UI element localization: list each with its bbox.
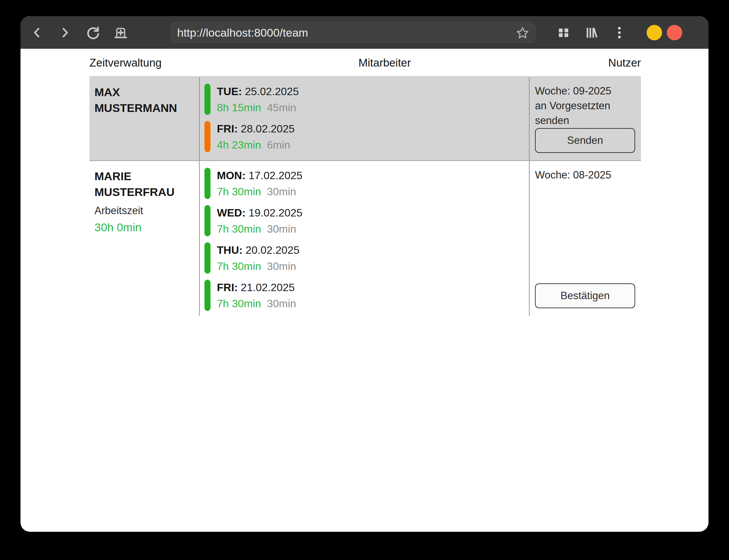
week-label: senden <box>535 113 635 128</box>
entry-date-line: FRI: 21.02.2025 <box>217 281 296 294</box>
status-bar-green <box>204 205 210 236</box>
time-entry: FRI: 28.02.20254h 23min6min <box>204 121 529 152</box>
page-content: Zeitverwaltung Mitarbeiter Nutzer MAXMUS… <box>21 49 708 532</box>
break-duration: 6min <box>267 138 290 152</box>
time-entry: FRI: 21.02.20257h 30min30min <box>204 280 529 311</box>
status-bar-green <box>204 280 210 311</box>
time-entry: WED: 19.02.20257h 30min30min <box>204 205 529 236</box>
work-duration: 7h 30min <box>217 185 261 198</box>
window-minimize-button[interactable] <box>647 25 662 40</box>
library-button[interactable] <box>583 25 600 41</box>
window-close-button[interactable] <box>667 25 682 40</box>
table-row: MARIEMUSTERFRAUArbeitszeit30h 0minMON: 1… <box>89 161 641 316</box>
top-navigation: Zeitverwaltung Mitarbeiter Nutzer <box>89 54 641 72</box>
entry-date: 19.02.2025 <box>248 207 302 219</box>
send-button[interactable]: Senden <box>535 128 635 153</box>
bookmark-star-icon <box>516 26 529 39</box>
time-entries-cell: MON: 17.02.20257h 30min30minWED: 19.02.2… <box>199 161 530 316</box>
employee-name-cell: MAXMUSTERMANN <box>89 77 199 160</box>
break-duration: 45min <box>267 101 296 114</box>
browser-toolbar: http://localhost:8000/team <box>21 16 708 49</box>
entry-date: 28.02.2025 <box>241 123 295 135</box>
status-bar-green <box>204 168 210 199</box>
entry-date-line: TUE: 25.02.2025 <box>217 85 299 98</box>
time-entry-text: FRI: 28.02.20254h 23min6min <box>217 121 295 152</box>
break-duration: 30min <box>267 297 296 310</box>
week-cell: Woche: 09-2025an VorgesetztensendenSende… <box>530 77 641 160</box>
new-tab-button[interactable] <box>113 25 129 41</box>
work-duration: 7h 30min <box>217 297 261 310</box>
nav-link-zeitverwaltung[interactable]: Zeitverwaltung <box>89 56 162 69</box>
week-cell: Woche: 08-2025Bestätigen <box>530 161 641 316</box>
window-controls <box>647 25 682 40</box>
work-duration: 7h 30min <box>217 259 261 273</box>
library-icon <box>584 25 599 40</box>
menu-kebab-icon <box>612 26 626 40</box>
break-duration: 30min <box>267 259 296 273</box>
entry-day: FRI: <box>217 123 238 135</box>
entry-date: 17.02.2025 <box>248 169 302 182</box>
time-entry-text: TUE: 25.02.20258h 15min45min <box>217 84 299 115</box>
employee-table: MAXMUSTERMANNTUE: 25.02.20258h 15min45mi… <box>89 76 641 316</box>
week-label: Woche: 09-2025 <box>535 84 635 98</box>
entry-time-line: 8h 15min45min <box>217 101 299 114</box>
time-entries-cell: TUE: 25.02.20258h 15min45minFRI: 28.02.2… <box>199 77 530 160</box>
tab-overview-button[interactable] <box>555 25 572 41</box>
time-entry-text: FRI: 21.02.20257h 30min30min <box>217 280 296 311</box>
entry-time-line: 7h 30min30min <box>217 297 296 310</box>
reload-button[interactable] <box>85 25 101 41</box>
entry-day: FRI: <box>217 281 238 293</box>
entry-date-line: MON: 17.02.2025 <box>217 169 302 182</box>
url-text: http://localhost:8000/team <box>177 22 515 43</box>
status-bar-orange <box>204 121 210 152</box>
entry-time-line: 7h 30min30min <box>217 185 302 198</box>
break-duration: 30min <box>267 185 296 198</box>
entry-day: THU: <box>217 244 242 256</box>
entry-time-line: 4h 23min6min <box>217 138 295 152</box>
employee-name-cell: MARIEMUSTERFRAUArbeitszeit30h 0min <box>89 161 199 316</box>
browser-window: http://localhost:8000/team <box>21 16 708 532</box>
url-bar[interactable]: http://localhost:8000/team <box>170 22 536 43</box>
work-duration: 4h 23min <box>217 138 261 152</box>
entry-time-line: 7h 30min30min <box>217 259 299 273</box>
status-bar-green <box>204 84 210 115</box>
entry-date-line: WED: 19.02.2025 <box>217 206 302 219</box>
table-row: MAXMUSTERMANNTUE: 25.02.20258h 15min45mi… <box>89 76 641 161</box>
employee-name: MAX <box>94 84 196 100</box>
back-icon <box>30 25 44 40</box>
employee-name: MARIE <box>94 168 196 184</box>
entry-day: TUE: <box>217 85 242 97</box>
entry-date-line: THU: 20.02.2025 <box>217 243 299 257</box>
entry-date: 25.02.2025 <box>245 85 299 97</box>
entry-time-line: 7h 30min30min <box>217 222 302 236</box>
employee-name: MUSTERMANN <box>94 100 196 116</box>
work-duration: 7h 30min <box>217 222 261 236</box>
time-entry-text: MON: 17.02.20257h 30min30min <box>217 168 302 199</box>
break-duration: 30min <box>267 222 296 236</box>
entry-date: 20.02.2025 <box>245 244 299 256</box>
menu-button[interactable] <box>611 25 627 41</box>
entry-date: 21.02.2025 <box>241 281 295 293</box>
confirm-button[interactable]: Bestätigen <box>535 283 635 308</box>
nav-link-mitarbeiter[interactable]: Mitarbeiter <box>358 56 411 69</box>
forward-button[interactable] <box>57 25 73 41</box>
time-entry-text: THU: 20.02.20257h 30min30min <box>217 242 299 274</box>
time-entry: TUE: 25.02.20258h 15min45min <box>204 84 529 115</box>
forward-icon <box>57 25 72 40</box>
back-button[interactable] <box>29 25 45 41</box>
entry-day: WED: <box>217 207 245 219</box>
bookmark-button[interactable] <box>515 25 530 40</box>
new-tab-icon <box>113 25 128 40</box>
worktime-total: 30h 0min <box>94 220 196 234</box>
week-label: an Vorgesetzten <box>535 98 635 113</box>
status-bar-green <box>204 242 210 274</box>
work-duration: 8h 15min <box>217 101 261 114</box>
week-label: Woche: 08-2025 <box>535 168 635 183</box>
desktop-background: http://localhost:8000/team <box>0 0 729 560</box>
nav-link-nutzer[interactable]: Nutzer <box>608 56 641 69</box>
entry-day: MON: <box>217 169 245 182</box>
time-entry: MON: 17.02.20257h 30min30min <box>204 168 529 199</box>
time-entry-text: WED: 19.02.20257h 30min30min <box>217 205 302 236</box>
entry-date-line: FRI: 28.02.2025 <box>217 122 295 135</box>
employee-name: MUSTERFRAU <box>94 184 196 200</box>
